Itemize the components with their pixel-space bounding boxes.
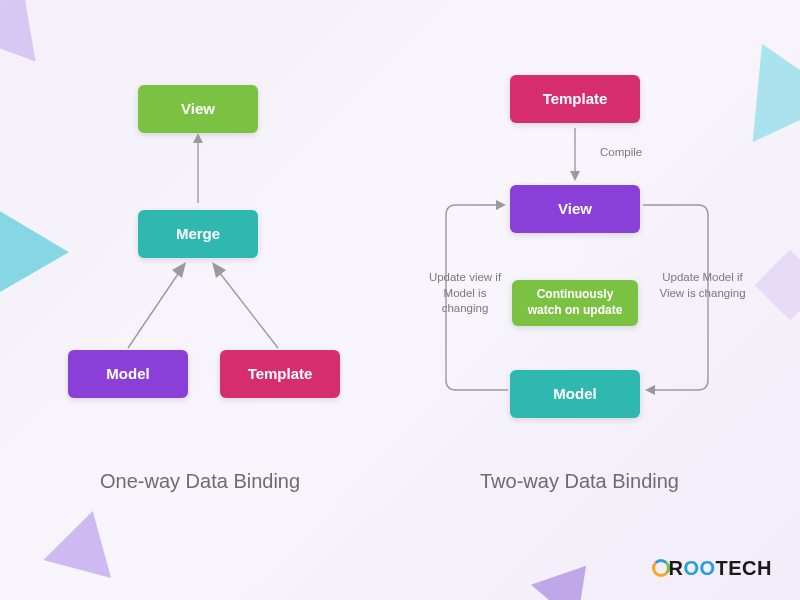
twoway-watch-node: Continuously watch on update [512,280,638,326]
twoway-template-node: Template [510,75,640,123]
svg-marker-3 [172,262,186,278]
brand-logo: ROOTECH [652,557,772,580]
svg-marker-8 [496,200,506,210]
label-update-model: Update Model if View is changing [655,270,750,301]
oneway-model-node: Model [68,350,188,398]
svg-line-4 [216,268,278,348]
label-compile: Compile [600,145,642,161]
svg-marker-7 [570,171,580,181]
label-update-view: Update view if Model is changing [420,270,510,317]
twoway-view-node: View [510,185,640,233]
svg-marker-5 [212,262,226,278]
oneway-caption: One-way Data Binding [100,470,300,493]
svg-marker-9 [645,385,655,395]
twoway-caption: Two-way Data Binding [480,470,679,493]
oneway-merge-node: Merge [138,210,258,258]
twoway-model-node: Model [510,370,640,418]
oneway-view-node: View [138,85,258,133]
arrow-merge-to-view [190,133,210,210]
diagram-stage: View Merge Model Template One-way Data B… [0,0,800,600]
arrow-compile [565,123,585,185]
arrow-model-to-merge [120,258,200,353]
svg-line-2 [128,268,182,348]
arrow-template-to-merge [200,258,290,353]
oneway-template-node: Template [220,350,340,398]
svg-marker-1 [193,133,203,143]
